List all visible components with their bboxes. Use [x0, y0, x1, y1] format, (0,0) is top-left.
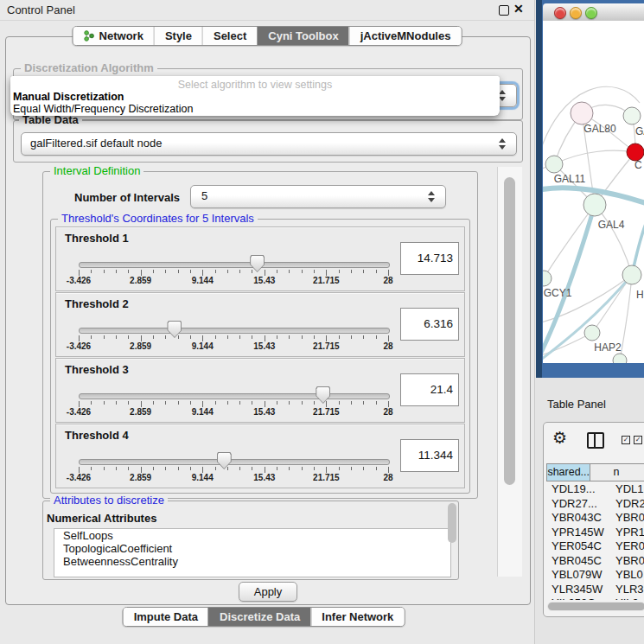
slider-track[interactable]: [79, 459, 390, 465]
tick-label: 9.144: [192, 341, 214, 351]
table-row[interactable]: YDL19...YDL1: [546, 482, 644, 497]
threshold-value-field[interactable]: 11.344: [400, 439, 459, 472]
network-node[interactable]: [584, 325, 600, 341]
attribute-list-item[interactable]: BetweennessCentrality: [54, 555, 450, 568]
table-row[interactable]: YER054CYER0: [546, 539, 644, 554]
attributes-scrollbar-thumb[interactable]: [448, 503, 456, 543]
tab-label: Style: [165, 29, 192, 42]
attribute-list-item[interactable]: TopologicalCoefficient: [54, 542, 450, 555]
network-node-label: C: [634, 159, 642, 171]
tick-label: 15.43: [253, 341, 275, 351]
tick-label: 2.859: [130, 276, 151, 285]
cell-shared-name: YBL079W: [546, 568, 615, 581]
tab-style[interactable]: Style: [154, 27, 202, 45]
close-icon[interactable]: ✕: [513, 2, 524, 16]
tick-label: 9.144: [192, 407, 214, 417]
algorithm-option[interactable]: Manual Discretization: [10, 91, 500, 103]
network-node[interactable]: [623, 107, 641, 124]
table-window: ⚙ ✓ ✓ shared... n YDL19...YDL1YDR27...YD…: [543, 422, 644, 617]
bottom-tab-bar: Impute DataDiscretize DataInfer Network: [123, 607, 405, 627]
tab-impute-data[interactable]: Impute Data: [124, 608, 208, 626]
network-edge[interactable]: [554, 150, 635, 164]
network-node[interactable]: [622, 265, 641, 284]
tab-label: Discretize Data: [220, 610, 300, 623]
num-intervals-combo[interactable]: 5: [190, 185, 446, 208]
slider-track[interactable]: [79, 262, 390, 268]
threshold-value-field[interactable]: 6.316: [400, 308, 459, 341]
cell-shared-name: YBR043C: [546, 511, 615, 524]
tick-label: -3.426: [67, 341, 91, 351]
split-panel-icon[interactable]: [587, 432, 604, 449]
cell-shared-name: YLR345W: [546, 583, 615, 596]
tick-label: 21.715: [313, 407, 340, 417]
column-header-shared-name[interactable]: shared...: [546, 463, 590, 481]
network-node-label: GAL4: [598, 219, 625, 231]
network-canvas[interactable]: GAL80GAGAL11CGAL4GCY1HHAP2: [543, 21, 644, 363]
minimize-traffic-light-icon[interactable]: [570, 7, 582, 19]
float-window-icon[interactable]: [499, 5, 509, 16]
network-node[interactable]: [583, 194, 606, 216]
slider-tick-labels: -3.4262.8599.14415.4321.71528: [79, 276, 388, 286]
apply-button[interactable]: Apply: [239, 582, 297, 602]
network-node-label: H: [636, 289, 644, 301]
table-row[interactable]: YLR345WYLR3: [546, 583, 644, 597]
cell-name: YDL1: [615, 482, 644, 495]
checkbox-icon[interactable]: ✓: [634, 436, 642, 444]
interval-definition-group: Interval Definition Number of Intervals …: [42, 171, 478, 499]
slider-tick-labels: -3.4262.8599.14415.4321.71528: [79, 341, 388, 352]
table-hscrollbar-track[interactable]: [547, 602, 644, 611]
table-row[interactable]: YDR27...YDR2: [546, 497, 644, 512]
table-data-combo[interactable]: galFiltered.sif default node: [21, 132, 517, 156]
algorithm-dropdown-popup: Select algorithm to view settings Manual…: [10, 76, 500, 116]
tick-label: 2.859: [130, 473, 151, 482]
table-data-group-title: Table Data: [19, 114, 82, 126]
algorithm-group-title: Discretization Algorithm: [21, 62, 157, 74]
gear-icon[interactable]: ⚙: [552, 428, 567, 448]
threshold-value-field[interactable]: 14.713: [400, 242, 459, 275]
network-node[interactable]: [571, 102, 593, 124]
column-header-name[interactable]: n: [590, 463, 644, 481]
threshold-panel: Threshold 4-3.4262.8599.14415.4321.71528…: [55, 424, 465, 488]
panel-scrollbar-thumb[interactable]: [504, 177, 515, 485]
cell-shared-name: YER054C: [546, 539, 615, 552]
table-row[interactable]: YBR045CYBR0: [546, 554, 644, 569]
tab-jactivemnodules[interactable]: jActiveMNodules: [349, 27, 462, 45]
tab-cyni-toolbox[interactable]: Cyni Toolbox: [257, 27, 348, 45]
network-node[interactable]: [543, 271, 552, 286]
network-node[interactable]: [613, 354, 627, 363]
attribute-list-item[interactable]: SelfLoops: [54, 529, 450, 542]
slider-track[interactable]: [79, 393, 390, 399]
network-node[interactable]: [627, 143, 644, 161]
threshold-value-field[interactable]: 21.4: [400, 373, 459, 406]
table-row[interactable]: YPR145WYPR1: [546, 526, 644, 540]
tab-infer-network[interactable]: Infer Network: [310, 608, 404, 626]
slider-track[interactable]: [79, 328, 390, 334]
threshold-panel: Threshold 2-3.4262.8599.14415.4321.71528…: [55, 292, 465, 357]
attributes-list[interactable]: SelfLoopsTopologicalCoefficientBetweenne…: [54, 528, 451, 577]
cell-name: YIL0: [615, 596, 639, 600]
tab-label: Cyni Toolbox: [268, 29, 338, 42]
tick-label: 21.715: [313, 473, 340, 482]
table-row[interactable]: YBR043CYBR0: [546, 511, 644, 526]
num-intervals-label: Number of Intervals: [74, 191, 180, 204]
network-graph: GAL80GAGAL11CGAL4GCY1HHAP2: [543, 21, 644, 363]
tab-discretize-data[interactable]: Discretize Data: [208, 608, 310, 626]
zoom-traffic-light-icon[interactable]: [585, 7, 597, 19]
table-row[interactable]: YIL052CYIL0: [546, 596, 644, 600]
network-node[interactable]: [545, 156, 563, 173]
panel-scrollbar-track[interactable]: [497, 167, 522, 577]
table-row[interactable]: YBL079WYBL0: [546, 568, 644, 583]
tab-select[interactable]: Select: [202, 27, 257, 45]
attributes-group: Attributes to discretize Numerical Attri…: [42, 501, 459, 580]
table-header-row: shared... n: [546, 463, 644, 481]
cell-shared-name: YPR145W: [546, 526, 615, 539]
network-edge[interactable]: [595, 205, 632, 275]
spinner-arrows-icon: [498, 137, 506, 150]
algorithm-placeholder: Select algorithm to view settings: [10, 79, 500, 91]
tab-network[interactable]: Network: [73, 27, 154, 45]
checkbox-icon[interactable]: ✓: [622, 436, 630, 444]
network-edge[interactable]: [544, 205, 595, 278]
algorithm-option[interactable]: Equal Width/Frequency Discretization: [10, 103, 500, 115]
table-hscrollbar-thumb[interactable]: [548, 603, 644, 610]
close-traffic-light-icon[interactable]: [554, 7, 566, 19]
